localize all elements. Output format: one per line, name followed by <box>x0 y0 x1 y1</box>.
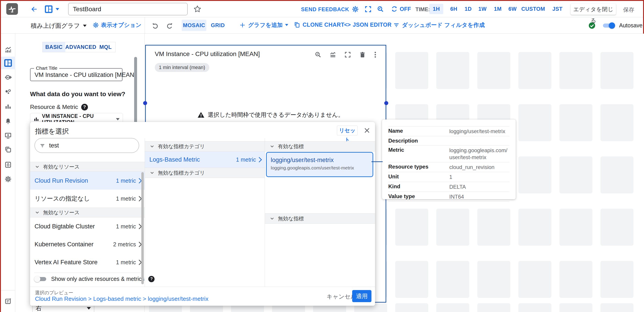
trend-chart-icon <box>4 46 12 54</box>
active-resources-header[interactable]: 有効なリソース <box>30 162 145 172</box>
placeholder-tile <box>477 261 510 298</box>
sidebar-gear-icon <box>4 175 12 183</box>
save-button[interactable]: 保存 <box>623 6 634 13</box>
time-range-6h[interactable]: 6H <box>447 4 461 14</box>
undo-icon[interactable] <box>152 22 159 29</box>
fullscreen-icon[interactable] <box>344 51 351 58</box>
view-mosaic-button[interactable]: MOSAIC <box>182 20 206 31</box>
resource-row-cloud-bigtable[interactable]: Cloud Bigtable Cluster 1 metric <box>30 217 145 235</box>
back-arrow-icon[interactable] <box>30 5 38 13</box>
close-icon[interactable] <box>364 127 370 134</box>
chart-type-icon[interactable] <box>329 51 336 58</box>
send-feedback-button[interactable]: SEND FEEDBACK <box>301 6 349 12</box>
time-range-1w[interactable]: 1W <box>476 4 490 14</box>
display-options-button[interactable]: 表示オプション <box>92 21 142 29</box>
interval-chip[interactable]: 1 min interval (mean) <box>155 63 209 72</box>
board-name-input[interactable] <box>68 3 188 15</box>
close-editor-button[interactable]: エディタを閉じる <box>571 3 616 15</box>
auto-refresh-state[interactable]: OFF <box>400 6 411 12</box>
sidebar-item-groups[interactable] <box>1 143 15 156</box>
inactive-metrics-header[interactable]: 無効な指標 <box>265 213 375 224</box>
dashboards-icon <box>4 59 12 67</box>
timezone-button[interactable]: JST <box>550 4 565 14</box>
inactive-resources-header[interactable]: 無効なリソース <box>30 208 145 217</box>
fullscreen-toggle-icon[interactable] <box>364 5 372 13</box>
placeholder-tile <box>436 209 469 246</box>
placeholder-tile <box>395 209 428 246</box>
sidebar-item-release-notes[interactable] <box>1 295 15 307</box>
time-range-custom[interactable]: CUSTOM <box>521 4 546 14</box>
time-range-1m[interactable]: 1M <box>491 4 505 14</box>
view-grid-button[interactable]: GRID <box>211 22 225 28</box>
layout-caret-icon[interactable] <box>56 8 59 10</box>
category-row-logs-based-metric[interactable]: Logs-Based Metric 1 metric <box>145 152 265 168</box>
resource-row-no-resource[interactable]: リソースの指定なし 1 metric <box>30 190 145 208</box>
sidebar-item-metrics[interactable] <box>1 44 15 56</box>
clone-chart-button[interactable]: CLONE CHART <box>294 21 344 28</box>
preview-label: 選択のプレビュー <box>35 290 73 296</box>
sidebar-item-metrics-explorer[interactable] <box>1 100 15 113</box>
add-chart-button[interactable]: グラフを追加 <box>239 21 288 29</box>
chart-inspect-icon[interactable] <box>314 51 322 58</box>
metric-search-input[interactable]: test <box>34 138 139 153</box>
resource-row-kubernetes-container[interactable]: Kubernetes Container 2 metrics <box>30 235 145 253</box>
placeholder-tile <box>518 104 551 141</box>
sidebar-item-uptime-checks[interactable] <box>1 129 15 142</box>
metric-row-test-metrix[interactable]: logging/user/test-metrix logging.googlea… <box>266 152 373 177</box>
show-only-active-toggle[interactable] <box>34 276 47 282</box>
autosave-toggle[interactable] <box>602 22 615 29</box>
sidebar-item-integrations[interactable] <box>1 71 15 84</box>
star-icon[interactable] <box>193 5 202 13</box>
add-chart-caret-icon <box>285 24 288 26</box>
delete-icon[interactable] <box>359 51 366 58</box>
resource-row-cloud-run-revision[interactable]: Cloud Run Revision 1 metric <box>30 172 145 190</box>
settings-gear-icon[interactable] <box>352 5 359 13</box>
placeholder-tile <box>518 209 551 246</box>
auto-refresh-icon[interactable] <box>391 5 398 12</box>
chart-resize-handle-right[interactable] <box>384 101 388 105</box>
time-range-1h[interactable]: 1H <box>429 4 443 14</box>
tab-mql[interactable]: MQL <box>96 42 115 52</box>
sidebar-item-alerting[interactable] <box>1 115 15 128</box>
show-only-help-icon[interactable]: ? <box>148 276 154 282</box>
chevron-down-icon <box>150 144 155 149</box>
placeholder-tile <box>600 52 634 89</box>
resource-list-scrollbar[interactable] <box>141 172 144 284</box>
reset-button[interactable]: リセット <box>337 125 358 135</box>
plus-icon <box>239 22 246 28</box>
json-editor-button[interactable]: <> JSON EDITOR <box>344 21 392 28</box>
dashboard-layout-icon[interactable] <box>45 5 52 13</box>
chart-type-dropdown[interactable]: 積み上げ面グラフ <box>31 22 86 30</box>
placeholder-tile <box>518 261 551 298</box>
chevron-down-icon <box>270 216 275 221</box>
time-range-1d[interactable]: 1D <box>461 4 475 14</box>
chart-resize-handle-left[interactable] <box>143 101 147 105</box>
time-range-6w[interactable]: 6W <box>506 4 520 14</box>
metric-details-connector <box>372 161 383 162</box>
time-label: TIME: <box>416 6 430 12</box>
resource-row-vertex-ai-feature-store[interactable]: Vertex AI Feature Store 1 metric <box>30 253 145 271</box>
chart-title-field-value[interactable]: VM Instance - CPU utilization [MEAN] <box>34 71 136 78</box>
inactive-categories-header[interactable]: 無効な指標カテゴリ <box>145 168 265 178</box>
active-metrics-header[interactable]: 有効な指標 <box>265 141 375 152</box>
chart-title-field[interactable]: Chart Title VM Instance - CPU utilizatio… <box>30 68 122 81</box>
apply-button[interactable]: 適用 <box>352 290 372 302</box>
tab-basic[interactable]: BASIC <box>42 42 65 52</box>
integration-icon <box>4 73 12 81</box>
metric-details-card: Namelogging/user/test-metrix Description… <box>382 119 516 199</box>
sidebar-item-settings[interactable] <box>1 173 15 185</box>
resource-metric-help-icon[interactable]: ? <box>81 104 88 110</box>
sidebar-item-dashboards[interactable] <box>1 57 15 69</box>
tab-advanced[interactable]: ADVANCED <box>65 42 96 52</box>
sidebar-item-services[interactable] <box>1 85 15 98</box>
preview-path-link[interactable]: Cloud Run Revision > Logs-based metric >… <box>35 296 208 302</box>
metrics-explorer-icon <box>4 103 12 110</box>
detail-row-resource-types: Resource typescloud_run_revision <box>388 162 510 172</box>
active-categories-header[interactable]: 有効な指標カテゴリ <box>145 141 265 152</box>
create-dashboard-filter-button[interactable]: ダッシュボード フィルタを作成 <box>393 21 485 29</box>
more-options-icon[interactable] <box>374 51 377 58</box>
zoom-edit-icon[interactable] <box>376 5 384 13</box>
redo-icon[interactable] <box>166 22 173 29</box>
config-tabs: BASIC ADVANCED MQL <box>42 42 116 52</box>
sidebar-item-incidents[interactable] <box>1 158 15 171</box>
